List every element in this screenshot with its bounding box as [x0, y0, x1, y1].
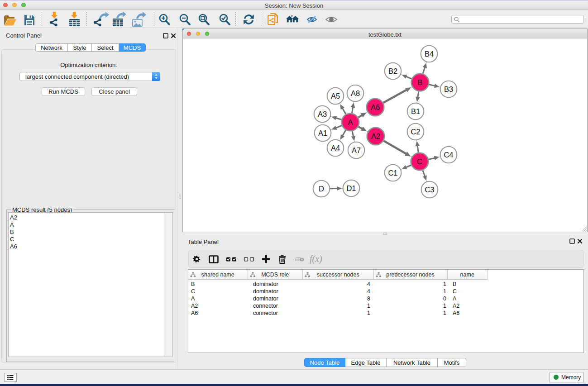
svg-text:C: C	[417, 157, 422, 166]
svg-text:A1: A1	[318, 129, 327, 137]
svg-text:C1: C1	[388, 169, 397, 177]
svg-text:B3: B3	[444, 85, 453, 93]
svg-text:A5: A5	[331, 92, 340, 100]
svg-text:B4: B4	[425, 50, 434, 58]
svg-text:C2: C2	[411, 128, 420, 136]
svg-text:A8: A8	[351, 89, 360, 97]
svg-text:C3: C3	[425, 186, 434, 194]
svg-text:D: D	[319, 185, 324, 193]
svg-text:A2: A2	[371, 132, 380, 140]
svg-text:A3: A3	[318, 110, 327, 118]
svg-text:A4: A4	[331, 144, 340, 152]
svg-text:D1: D1	[346, 184, 356, 192]
svg-text:B: B	[417, 78, 422, 86]
svg-text:B2: B2	[388, 67, 397, 75]
svg-text:A6: A6	[371, 103, 380, 111]
svg-text:C4: C4	[444, 151, 453, 159]
svg-text:A7: A7	[352, 146, 361, 154]
svg-text:B1: B1	[411, 107, 420, 115]
svg-text:A: A	[348, 118, 353, 126]
